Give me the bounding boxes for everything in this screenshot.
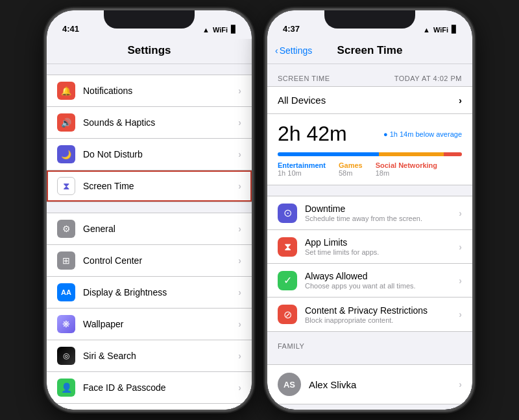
siri-label: Siri & Search (83, 351, 238, 361)
chevron-icon: › (238, 149, 241, 159)
downtime-sub: Schedule time away from the screen. (305, 215, 459, 222)
alwaysallowed-title: Always Allowed (305, 271, 459, 281)
faceid-label: Face ID & Passcode (83, 382, 238, 393)
back-chevron-icon: ‹ (275, 45, 278, 56)
chevron-icon: › (238, 86, 241, 96)
entertainment-bar (278, 152, 379, 156)
chevron-icon: › (238, 255, 241, 266)
downtime-icon: ⊙ (278, 204, 297, 223)
notifications-icon: 🔔 (57, 82, 75, 100)
wallpaper-label: Wallpaper (83, 319, 238, 329)
page-title: Settings (57, 44, 241, 57)
category-social: Social Networking 18m (376, 161, 437, 177)
all-devices-row[interactable]: All Devices › (267, 86, 472, 114)
chevron-icon: › (238, 117, 241, 128)
controlcenter-icon: ⊞ (57, 251, 75, 270)
chevron-icon: › (238, 382, 241, 393)
contentprivacy-icon: ⊘ (278, 305, 297, 324)
member-avatar: AS (278, 373, 301, 396)
chevron-icon: › (459, 208, 462, 218)
usage-bar (278, 152, 462, 156)
family-section-header: FAMILY (267, 332, 472, 354)
notch (324, 10, 415, 29)
applimits-title: App Limits (305, 237, 459, 248)
downtime-text: Downtime Schedule time away from the scr… (305, 204, 459, 222)
average-badge: ● 1h 14m below average (383, 130, 462, 138)
controlcenter-label: Control Center (83, 255, 238, 266)
battery-icon: ▊ (231, 25, 236, 34)
status-time: 4:37 (283, 24, 300, 34)
all-devices-label: All Devices (278, 95, 326, 106)
faceid-icon: 👤 (57, 379, 75, 397)
chevron-icon: › (459, 242, 462, 252)
chevron-icon: › (459, 95, 462, 106)
chevron-icon: › (238, 181, 241, 191)
notch (104, 10, 195, 29)
phone-screentime: 4:37 ▲ WiFi ▊ ‹ Settings Screen Time (266, 9, 474, 411)
settings-item-notifications[interactable]: 🔔 Notifications › (47, 75, 252, 107)
chevron-icon: › (459, 275, 462, 286)
settings-item-display[interactable]: AA Display & Brightness › (47, 277, 252, 309)
sounds-icon: 🔊 (57, 113, 75, 132)
screentime-icon: ⧗ (57, 177, 75, 195)
display-label: Display & Brightness (83, 287, 238, 298)
chevron-icon: › (238, 224, 241, 234)
settings-item-general[interactable]: ⚙ General › (47, 213, 252, 245)
settings-item-donotdisturb[interactable]: 🌙 Do Not Disturb › (47, 139, 252, 170)
options-section: ⊙ Downtime Schedule time away from the s… (267, 196, 472, 332)
settings-item-faceid[interactable]: 👤 Face ID & Passcode › (47, 372, 252, 404)
settings-item-sounds[interactable]: 🔊 Sounds & Haptics › (47, 107, 252, 139)
settings-item-sos[interactable]: SOS Emergency SOS › (47, 404, 252, 410)
settings-item-controlcenter[interactable]: ⊞ Control Center › (47, 245, 252, 277)
category-entertainment: Entertainment 1h 10m (278, 161, 326, 177)
settings-item-siri[interactable]: ◎ Siri & Search › (47, 340, 252, 372)
screentime-section-header: SCREEN TIME Today at 4:02 PM (267, 64, 472, 86)
back-button[interactable]: ‹ Settings (275, 45, 312, 56)
settings-header: Settings (47, 39, 252, 64)
settings-section-1: 🔔 Notifications › 🔊 Sounds & Haptics › (47, 75, 252, 202)
alwaysallowed-option[interactable]: ✓ Always Allowed Choose apps you want at… (267, 264, 472, 298)
status-icons: ▲ WiFi ▊ (423, 25, 457, 34)
alwaysallowed-sub: Choose apps you want at all times. (305, 282, 459, 290)
screentime-content: SCREEN TIME Today at 4:02 PM All Devices… (267, 64, 472, 406)
chevron-icon: › (238, 351, 241, 361)
settings-item-screentime[interactable]: ⧗ Screen Time › (47, 170, 252, 202)
applimits-text: App Limits Set time limits for apps. (305, 237, 459, 256)
social-time: 18m (376, 169, 437, 177)
time-block: 2h 42m ● 1h 14m below average (267, 114, 472, 185)
status-icons: ▲ WiFi ▊ (202, 25, 236, 34)
chevron-icon: › (238, 319, 241, 329)
games-time: 58m (339, 169, 363, 177)
applimits-sub: Set time limits for apps. (305, 248, 459, 256)
family-member-row[interactable]: AS Alex Slivka › (267, 365, 472, 404)
screentime-label: Screen Time (83, 181, 238, 191)
alwaysallowed-icon: ✓ (278, 271, 297, 290)
social-bar (444, 152, 462, 156)
info-icon: ● (383, 130, 388, 138)
notifications-label: Notifications (83, 86, 238, 96)
total-time: 2h 42m (278, 122, 347, 146)
category-games: Games 58m (339, 161, 363, 177)
sounds-label: Sounds & Haptics (83, 117, 238, 128)
downtime-title: Downtime (305, 204, 459, 214)
settings-item-wallpaper[interactable]: ❋ Wallpaper › (47, 309, 252, 340)
applimits-option[interactable]: ⧗ App Limits Set time limits for apps. › (267, 230, 472, 264)
categories: Entertainment 1h 10m Games 58m Social Ne… (278, 161, 462, 177)
signal-icon: ▲ (202, 26, 210, 34)
screentime-page-title: Screen Time (337, 44, 403, 57)
wifi-icon: WiFi (433, 26, 448, 34)
contentprivacy-option[interactable]: ⊘ Content & Privacy Restrictions Block i… (267, 298, 472, 331)
downtime-option[interactable]: ⊙ Downtime Schedule time away from the s… (267, 196, 472, 230)
signal-icon: ▲ (423, 26, 430, 34)
section-time: Today at 4:02 PM (394, 75, 462, 82)
family-section: AS Alex Slivka › (267, 364, 472, 404)
donotdisturb-icon: 🌙 (57, 145, 75, 163)
status-time: 4:41 (62, 24, 79, 34)
wifi-icon: WiFi (213, 26, 228, 34)
battery-icon: ▊ (452, 25, 457, 34)
back-label: Settings (280, 45, 313, 56)
chevron-icon: › (238, 287, 241, 298)
contentprivacy-title: Content & Privacy Restrictions (305, 305, 459, 316)
donotdisturb-label: Do Not Disturb (83, 149, 238, 159)
chevron-icon: › (459, 379, 462, 390)
